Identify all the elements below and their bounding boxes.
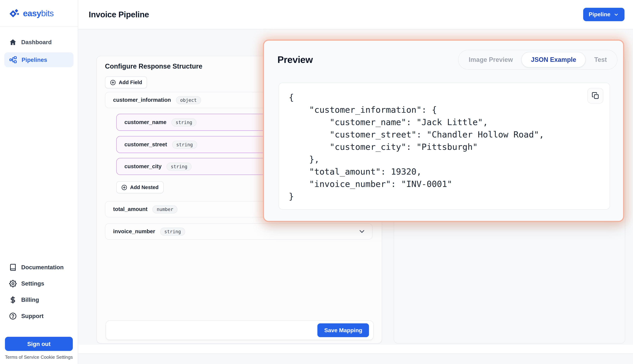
app-root: easybits Dashboard Pipelines	[0, 0, 633, 364]
footer-strip	[78, 354, 633, 364]
gear-icon	[9, 280, 16, 287]
sidebar-item-billing[interactable]: Billing	[4, 292, 74, 308]
field-row-invoice-number[interactable]: invoice_number string	[105, 223, 372, 240]
pipeline-dropdown-button[interactable]: Pipeline	[583, 8, 624, 21]
help-icon	[9, 312, 16, 320]
copy-icon	[592, 92, 599, 100]
add-field-label: Add Field	[119, 80, 142, 85]
field-type-badge: string	[172, 118, 196, 126]
tab-json-example[interactable]: JSON Example	[522, 52, 586, 68]
sidebar-item-pipelines[interactable]: Pipelines	[4, 52, 74, 67]
plus-circle-icon	[110, 79, 116, 85]
field-type-badge: string	[172, 140, 197, 148]
sidebar-item-dashboard[interactable]: Dashboard	[4, 35, 74, 50]
configure-response-title: Configure Response Structure	[105, 62, 202, 70]
add-field-button[interactable]: Add Field	[105, 76, 147, 88]
field-name: customer_city	[124, 163, 162, 170]
save-mapping-button[interactable]: Save Mapping	[318, 323, 369, 337]
sidebar-item-label: Dashboard	[21, 39, 52, 46]
cookie-settings-link[interactable]: Cookie Settings	[41, 354, 73, 360]
preview-modal: Preview Image Preview JSON Example Test …	[263, 40, 624, 222]
field-type-badge: object	[176, 96, 201, 104]
easybits-diamond-logo-icon	[8, 8, 20, 18]
copy-button[interactable]	[588, 88, 603, 104]
sidebar-item-label: Documentation	[21, 264, 64, 270]
brand-name-bold: easy	[23, 8, 41, 18]
add-nested-label: Add Nested	[130, 184, 158, 190]
tab-test[interactable]: Test	[586, 52, 615, 68]
field-name: customer_information	[113, 97, 171, 103]
sidebar-item-support[interactable]: Support	[4, 308, 74, 324]
brand-logo[interactable]: easybits	[0, 0, 78, 27]
preview-title: Preview	[278, 54, 313, 65]
chevron-down-icon	[614, 12, 619, 17]
sidebar-item-documentation[interactable]: Documentation	[4, 259, 74, 275]
sidebar-item-label: Pipelines	[22, 56, 47, 63]
sidebar-secondary-nav: Documentation Settings Billing Support	[0, 259, 78, 324]
sidebar-item-settings[interactable]: Settings	[4, 275, 74, 292]
sidebar-nav: Dashboard Pipelines	[0, 27, 78, 67]
sidebar-spacer	[0, 67, 78, 259]
field-type-badge: string	[160, 228, 185, 236]
brand-name-light: bits	[41, 8, 54, 18]
pipelines-icon	[9, 56, 17, 64]
pipeline-dropdown-label: Pipeline	[589, 11, 610, 18]
main-content: Configure Response Structure Add Field c…	[78, 29, 633, 364]
preview-modal-header: Preview Image Preview JSON Example Test	[264, 41, 623, 70]
brand-name: easybits	[23, 8, 54, 18]
home-icon	[9, 38, 16, 46]
add-nested-button[interactable]: Add Nested	[116, 181, 164, 193]
plus-circle-icon	[121, 184, 127, 190]
sidebar: easybits Dashboard Pipelines	[0, 0, 78, 364]
preview-tabs: Image Preview JSON Example Test	[458, 50, 618, 70]
sign-out-button[interactable]: Sign out	[5, 337, 73, 351]
sidebar-item-label: Billing	[21, 296, 39, 303]
page-header: Invoice Pipeline Pipeline	[78, 0, 633, 29]
chevron-down-icon[interactable]	[358, 228, 366, 235]
sidebar-item-label: Support	[21, 312, 44, 319]
json-example-code: { "customer_information": { "customer_na…	[289, 92, 600, 203]
sidebar-item-label: Settings	[21, 280, 44, 287]
field-name: total_amount	[113, 206, 148, 212]
save-mapping-bar: Save Mapping	[106, 320, 374, 340]
field-type-badge: string	[166, 162, 192, 170]
page-title: Invoice Pipeline	[89, 10, 149, 19]
book-icon	[9, 264, 16, 271]
field-type-badge: number	[152, 205, 178, 213]
dollar-icon	[9, 296, 16, 304]
sidebar-footer-links: Terms of Service Cookie Settings	[0, 354, 78, 360]
field-name: invoice_number	[113, 228, 155, 235]
terms-of-service-link[interactable]: Terms of Service	[5, 354, 39, 360]
field-name: customer_street	[124, 141, 167, 148]
tab-image-preview[interactable]: Image Preview	[460, 52, 521, 68]
field-name: customer_name	[124, 119, 166, 126]
json-example-codeblock: { "customer_information": { "customer_na…	[278, 83, 610, 210]
